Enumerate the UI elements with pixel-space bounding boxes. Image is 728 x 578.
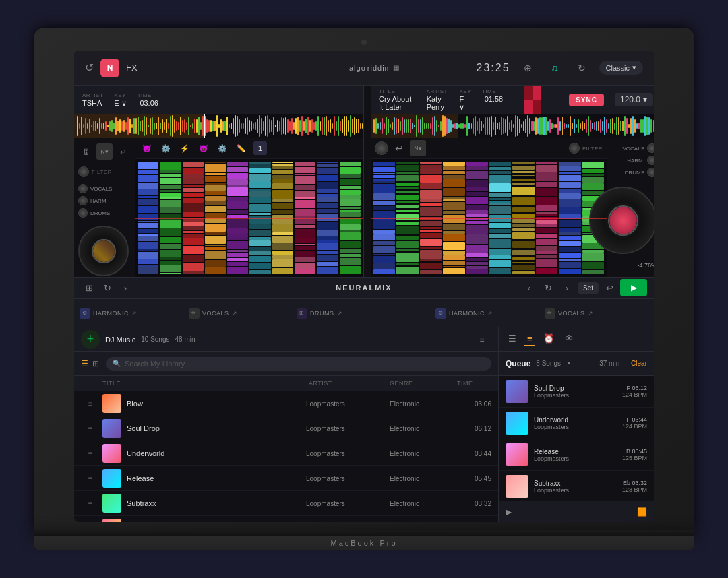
search-input-wrap[interactable]: 🔍 xyxy=(106,357,491,371)
right-fwd-btn[interactable]: › xyxy=(559,280,575,296)
drums-label: DRUMS xyxy=(310,310,334,317)
left-effect-6[interactable]: ✏️ xyxy=(233,140,249,156)
right-repeat-btn[interactable]: ↻ xyxy=(540,280,556,296)
vocals-send-icon[interactable]: ↗ xyxy=(232,310,238,317)
track-thumbnail xyxy=(102,419,121,438)
right-harm-knob[interactable] xyxy=(647,156,654,165)
right-n-btn[interactable]: N▾ xyxy=(410,140,426,156)
search-input[interactable] xyxy=(125,360,485,368)
play-button[interactable]: ▶ xyxy=(620,279,647,296)
n-logo[interactable]: N xyxy=(100,59,119,77)
add-track-button[interactable]: + xyxy=(81,330,100,349)
undo-button[interactable]: ↺ xyxy=(85,61,94,74)
queue-item-info: Release Loopmasters xyxy=(534,448,617,462)
track-num: ≡ xyxy=(81,450,100,457)
col-title[interactable]: Title xyxy=(100,379,306,388)
left-drums-label: DRUMS xyxy=(90,210,110,216)
harmonic-send-icon[interactable]: ↗ xyxy=(131,310,138,317)
library-toolbar: + DJ Music 10 Songs 48 min ≡ xyxy=(74,327,498,352)
right-deck: TITLE Cry About It Later ARTIST Katy Per… xyxy=(371,86,654,277)
right-filter-knob[interactable] xyxy=(569,143,580,154)
right-turntable[interactable] xyxy=(589,187,654,254)
queue-list-icon[interactable]: ☰ xyxy=(506,332,519,346)
waveform-icon[interactable]: ♫ xyxy=(545,59,564,77)
queue-item[interactable]: Release Loopmasters B 05:45 125 BPM xyxy=(499,439,654,471)
set-button[interactable]: Set xyxy=(578,282,599,294)
left-effect-3[interactable]: ⚡ xyxy=(177,140,193,156)
left-waveform[interactable] xyxy=(74,114,363,138)
left-effect-4[interactable]: 😈 xyxy=(195,140,212,156)
queue-orange-icon[interactable]: 🟧 xyxy=(637,507,647,517)
drums-send-icon[interactable]: ↗ xyxy=(337,310,343,317)
left-loop-icon[interactable]: 🎛 xyxy=(78,143,94,160)
left-effect-1[interactable]: 😈 xyxy=(139,140,155,156)
track-row[interactable]: ≡ Slow Burne Loopmasters Electronic 03:1… xyxy=(74,516,498,522)
col-genre[interactable]: Genre xyxy=(387,379,454,388)
right-arrow-icon[interactable]: ↩ xyxy=(391,140,407,156)
right-vocals-ctl: ✏ VOCALS ↗ xyxy=(545,308,648,319)
queue-item-info: Soul Drop Loopmasters xyxy=(534,385,617,399)
queue-play-icon[interactable]: ▶ xyxy=(506,507,512,517)
right-vocals-knob[interactable] xyxy=(647,143,654,153)
right-prev-btn[interactable]: ‹ xyxy=(521,280,537,296)
left-artist-value: TSHA xyxy=(82,99,103,107)
left-n-btn[interactable]: N▾ xyxy=(96,143,113,160)
sync-icon[interactable]: ↻ xyxy=(572,59,591,77)
queue-item-bpm: 124 BPM xyxy=(622,391,647,398)
track-row[interactable]: ≡ Blow Loopmasters Electronic 03:06 xyxy=(74,391,498,416)
left-key-value: E ∨ xyxy=(114,99,126,108)
right-drums-knob[interactable] xyxy=(647,168,654,177)
right-effect-knob[interactable] xyxy=(375,141,388,155)
left-effect-2[interactable]: ⚙️ xyxy=(158,140,174,156)
queue-clock-icon[interactable]: ⏰ xyxy=(541,332,557,346)
left-prev-btn[interactable]: ⊞ xyxy=(81,280,97,296)
track-num: ≡ xyxy=(81,500,100,507)
queue-item[interactable]: Underworld Loopmasters F 03:44 124 BPM xyxy=(499,408,654,439)
queue-eye-icon[interactable]: 👁 xyxy=(562,332,576,346)
classic-mode-button[interactable]: Classic ▾ xyxy=(599,61,643,75)
bpm-chevron: ▾ xyxy=(643,95,647,104)
queue-item[interactable]: Subtraxx Loopmasters Eb 03:32 123 BPM xyxy=(499,471,654,501)
track-title: Subtraxx xyxy=(127,499,156,507)
library-filter-icon[interactable]: ≡ xyxy=(473,330,491,349)
track-row[interactable]: ≡ Subtraxx Loopmasters Electronic 03:32 xyxy=(74,491,498,516)
bpm-display[interactable]: 120.0 ▾ xyxy=(615,93,653,106)
left-repeat-btn[interactable]: ↻ xyxy=(99,280,115,296)
add-icon[interactable]: ⊕ xyxy=(518,59,537,77)
left-turntable[interactable] xyxy=(78,226,129,276)
left-harm-knob[interactable] xyxy=(78,196,88,205)
grid-view-icon[interactable]: ⊞ xyxy=(92,359,99,368)
left-vocals-knob[interactable] xyxy=(78,184,88,193)
stem-controls-bar: ⚙ HARMONIC ↗ ✏ VOCALS ↗ ⊞ DR xyxy=(74,298,654,327)
queue-panel: ☰ ≡ ⏰ 👁 Queue 8 Songs • 37 min xyxy=(499,327,654,522)
sync-button[interactable]: SYNC xyxy=(569,94,604,106)
right-transport-controls-bar: ‹ ↻ › Set ↩ ▶ xyxy=(406,279,654,296)
queue-item-artist: Loopmasters xyxy=(534,424,617,430)
left-drums-knob[interactable] xyxy=(78,208,88,218)
list-view-icon[interactable]: ☰ xyxy=(81,359,88,368)
right-drums-row: DRUMS xyxy=(625,168,654,177)
left-effect-5[interactable]: ⚙️ xyxy=(214,140,231,156)
bottom-section: + DJ Music 10 Songs 48 min ≡ xyxy=(74,327,654,522)
left-fwd-btn[interactable]: › xyxy=(117,280,133,296)
right-effects-icons: ↩ N▾ xyxy=(375,140,426,156)
track-row[interactable]: ≡ Underworld Loopmasters Electronic 03:4… xyxy=(74,441,498,466)
left-stems-visualizer xyxy=(135,159,363,277)
left-time-value: -03:06 xyxy=(138,99,158,107)
right-title-value: Cry About It Later xyxy=(379,95,416,111)
track-row[interactable]: ≡ Release Loopmasters Electronic 05:45 xyxy=(74,466,498,491)
queue-item[interactable]: Soul Drop Loopmasters F 06:12 124 BPM xyxy=(499,376,654,408)
left-arrow-icon[interactable]: ↩ xyxy=(115,143,131,160)
track-artist: Loopmasters xyxy=(306,400,387,408)
queue-lines-icon[interactable]: ≡ xyxy=(524,332,535,346)
left-filter-knob[interactable] xyxy=(78,166,89,177)
right-harmonic-send-icon[interactable]: ↗ xyxy=(487,310,493,317)
right-undo-btn[interactable]: ↩ xyxy=(601,280,617,296)
col-time[interactable]: Time xyxy=(454,379,491,388)
right-waveform[interactable] xyxy=(371,114,654,138)
track-row[interactable]: ≡ Soul Drop Loopmasters Electronic 06:12 xyxy=(74,416,498,441)
right-vocals-send-icon[interactable]: ↗ xyxy=(588,310,594,317)
fx-button[interactable]: FX xyxy=(126,63,138,73)
clear-queue-button[interactable]: Clear xyxy=(631,360,647,367)
col-artist[interactable]: Artist xyxy=(306,379,387,388)
